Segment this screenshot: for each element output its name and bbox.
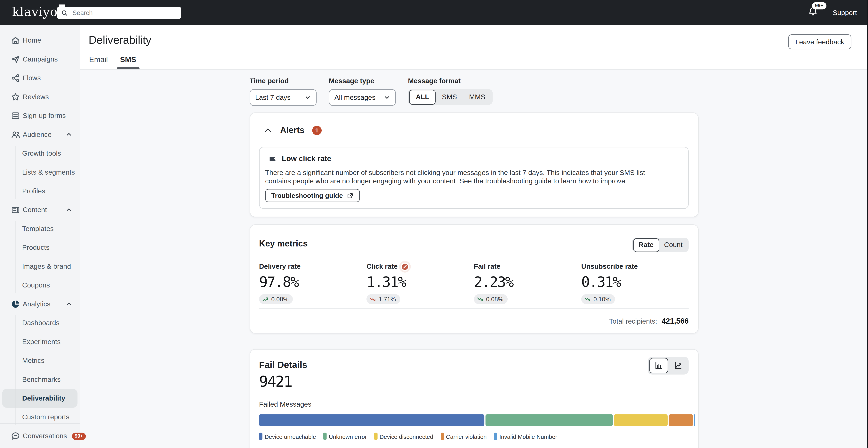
fail-details-card: Fail Details 9421 Failed Messages Device… [250,349,699,448]
format-option-sms[interactable]: SMS [436,89,463,105]
message-type-filter: Message type All messages [329,77,396,106]
sidebar-item-benchmarks[interactable]: Benchmarks [0,370,80,389]
sidebar-item-flows[interactable]: Flows [0,69,80,88]
page-header: Deliverability EmailSMS Leave feedback [80,25,868,70]
failed-messages-label: Failed Messages [259,400,311,408]
message-type-value: All messages [334,94,375,101]
chevron-up-icon[interactable] [65,300,72,307]
metrics-view-count[interactable]: Count [659,238,688,252]
chevron-up-icon[interactable] [65,131,72,138]
sidebar-item-label: Content [23,206,47,214]
alert-body-text: There are a significant number of subscr… [265,169,672,185]
sidebar-item-metrics[interactable]: Metrics [0,351,80,370]
metric-change-value: 0.08% [486,296,503,302]
legend-label: Device disconnected [379,433,433,440]
key-metrics-title: Key metrics [259,239,308,249]
alerts-header: Alerts 1 [264,125,321,135]
metric-click-rate: Click rate1.31%1.71% [367,262,474,305]
sidebar-item-lists-segments[interactable]: Lists & segments [0,163,80,182]
alert-title: Low click rate [282,154,331,163]
sidebar-item-coupons[interactable]: Coupons [0,276,80,295]
leave-feedback-button[interactable]: Leave feedback [788,34,851,50]
bar-chart-view-button[interactable] [649,358,668,374]
chevron-up-icon[interactable] [65,206,72,213]
sidebar-item-reviews[interactable]: Reviews [0,88,80,106]
notifications-button[interactable]: 99+ [808,6,818,19]
sidebar-item-label: Flows [23,74,41,82]
tab-sms[interactable]: SMS [120,56,136,69]
troubleshooting-guide-button[interactable]: Troubleshooting guide [265,189,360,202]
search-bar[interactable] [57,7,181,19]
sidebar-item-audience[interactable]: Audience [0,125,80,144]
chart-type-toggle [648,357,689,375]
alerts-count-badge: 1 [312,126,321,135]
home-icon [10,35,21,46]
sidebar-item-conversations[interactable]: Conversations99+ [0,424,86,448]
search-input[interactable] [71,9,177,17]
external-link-icon [347,192,354,199]
sidebar-item-growth-tools[interactable]: Growth tools [0,144,80,163]
sidebar-item-campaigns[interactable]: Campaigns [0,50,80,68]
notifications-count-badge: 99+ [812,2,826,9]
sidebar-item-templates[interactable]: Templates [0,219,80,238]
sidebar-item-home[interactable]: Home [0,31,80,50]
legend-swatch [259,432,262,440]
metrics-grid: Delivery rate97.8%0.08%Click rate1.31%1.… [259,262,689,305]
sidebar-item-profiles[interactable]: Profiles [0,182,80,200]
metric-value: 0.31% [581,274,689,290]
bar-segment-unknown-error[interactable] [485,414,613,426]
metric-change-badge: 0.10% [581,294,615,304]
legend-label: Unknown error [329,433,367,440]
bar-segment-device-unreachable[interactable] [259,414,484,426]
time-period-value: Last 7 days [255,94,290,101]
metric-value: 97.8% [259,274,367,290]
sidebar-item-label: Conversations [23,432,67,440]
bar-segment-carrier-violation[interactable] [669,414,693,426]
sidebar-item-sign-up-forms[interactable]: Sign-up forms [0,107,80,125]
sidebar-item-custom-reports[interactable]: Custom reports [0,408,80,426]
flag-icon [269,154,277,163]
chat-bubble-icon [10,431,21,441]
time-period-label: Time period [250,77,316,85]
message-type-select[interactable]: All messages [329,89,396,106]
sidebar-item-experiments[interactable]: Experiments [0,332,80,351]
sidebar-item-label: Campaigns [23,56,58,63]
collapse-chevron-up-icon[interactable] [264,126,272,135]
metric-label: Fail rate [474,262,581,271]
line-chart-view-button[interactable] [669,358,687,373]
sidebar-item-products[interactable]: Products [0,238,80,257]
sidebar-item-deliverability[interactable]: Deliverability [2,389,78,408]
total-recipients: Total recipients: 421,566 [609,317,689,325]
message-format-label: Message format [408,77,493,85]
warning-slash-circle-icon [401,262,409,271]
bar-segment-device-disconnected[interactable] [614,414,668,426]
metric-value: 2.23% [474,274,581,290]
legend-swatch [494,432,497,440]
format-option-mms[interactable]: MMS [463,89,491,105]
legend-item-invalid-mobile-number: Invalid Mobile Number [494,432,557,440]
alerts-title: Alerts [280,125,304,135]
support-link[interactable]: Support [833,8,857,17]
format-option-all[interactable]: ALL [409,89,436,104]
metrics-view-rate[interactable]: Rate [633,238,659,252]
metric-label: Unsubscribe rate [581,262,689,271]
fail-details-legend: Device unreachableUnknown errorDevice di… [259,432,557,440]
sidebar-item-content[interactable]: Content [0,201,80,219]
trend-down-red-icon [369,296,376,303]
sidebar-item-dashboards[interactable]: Dashboards [0,313,80,332]
time-period-filter: Time period Last 7 days [250,77,316,106]
legend-label: Carrier violation [446,433,487,440]
metric-change-value: 0.08% [271,296,289,302]
search-icon [61,9,68,17]
metric-delivery-rate: Delivery rate97.8%0.08% [259,262,367,305]
bar-segment-invalid-mobile-number[interactable] [694,414,695,426]
time-period-select[interactable]: Last 7 days [250,89,316,106]
sidebar-item-analytics[interactable]: Analytics [0,295,80,313]
sidebar: HomeCampaignsFlowsReviewsSign-up formsAu… [0,25,80,448]
metric-label-text: Fail rate [474,263,500,270]
tab-email[interactable]: Email [89,56,108,69]
share-nodes-icon [10,73,21,83]
metric-fail-rate: Fail rate2.23%0.08% [474,262,581,305]
rate-count-toggle: RateCount [632,238,689,252]
sidebar-item-images-brand[interactable]: Images & brand [0,257,80,276]
